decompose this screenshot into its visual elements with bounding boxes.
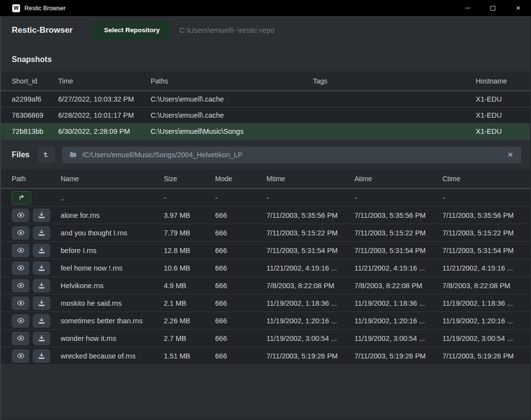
files-table-header: Path Name Size Mode Mtime Atime Ctime: [1, 169, 530, 189]
column-header-name: Name: [61, 175, 164, 183]
file-mode: 666: [215, 335, 266, 342]
view-file-button[interactable]: [12, 349, 29, 363]
snapshots-table: Short_id Time Paths Tags Hostname a2299a…: [1, 72, 530, 140]
minimize-icon: [465, 8, 470, 9]
snapshot-paths: C:\Users\emuell\.cache: [151, 95, 313, 103]
files-table-body: ..----- alone for.rns3.97 MB6667/11/2003…: [1, 189, 530, 365]
window-controls: ✕: [455, 0, 531, 16]
download-file-button[interactable]: [33, 279, 50, 293]
download-file-button[interactable]: [33, 244, 50, 257]
file-atime: 7/11/2003, 5:35:56 PM: [354, 211, 442, 219]
row-actions: [12, 191, 61, 205]
download-file-button[interactable]: [33, 261, 50, 275]
view-file-button[interactable]: [12, 314, 29, 328]
app-window: W Restic Browser ✕ Restic-Browser Select…: [0, 0, 531, 420]
view-file-button[interactable]: [12, 226, 29, 240]
file-row: Helvikone.rns4.9 MB6667/8/2003, 8:22:08 …: [1, 277, 530, 294]
file-mtime: -: [266, 194, 354, 202]
row-actions: [12, 244, 61, 257]
file-mtime: 11/19/2002, 1:20:16 ...: [266, 317, 354, 325]
go-to-parent-button[interactable]: [12, 191, 31, 205]
column-header-time: Time: [58, 77, 151, 85]
snapshot-paths: C:\Users\emuell\Music\Songs: [151, 127, 313, 135]
select-repository-button[interactable]: Select Repository: [93, 21, 171, 40]
snapshot-time: 6/30/2022, 2:28:09 PM: [58, 127, 151, 135]
file-row: and you thought I.rns7.79 MB6667/11/2003…: [1, 224, 530, 242]
file-atime: 11/19/2002, 1:18:36 ...: [354, 299, 442, 307]
snapshots-table-header: Short_id Time Paths Tags Hostname: [1, 72, 530, 91]
level-up-icon: [43, 150, 51, 159]
file-mtime: 7/11/2003, 5:31:54 PM: [266, 247, 354, 254]
file-atime: 7/11/2003, 5:15:22 PM: [354, 229, 442, 237]
file-mtime: 7/11/2003, 5:15:22 PM: [266, 229, 354, 237]
parent-dir-row: ..-----: [1, 189, 530, 207]
file-mtime: 11/19/2002, 3:00:54 ...: [266, 335, 354, 342]
file-size: 2.26 MB: [164, 317, 215, 325]
file-row: sometimes better than.rns2.26 MB66611/19…: [1, 312, 530, 330]
titlebar: W Restic Browser ✕: [0, 0, 531, 16]
column-header-size: Size: [164, 175, 215, 183]
file-size: 10.6 MB: [164, 264, 215, 272]
snapshot-row[interactable]: a2299af66/27/2022, 10:03:32 PMC:\Users\e…: [1, 91, 530, 107]
view-file-button[interactable]: [12, 261, 29, 275]
files-bar: Files /C/Users/emuell/Music/Songs/2004_H…: [1, 140, 530, 169]
close-button[interactable]: ✕: [506, 0, 531, 16]
column-header-hostname: Hostname: [476, 77, 519, 85]
window-content: Restic-Browser Select Repository C:\User…: [0, 16, 531, 420]
snapshot-row-selected[interactable]: 72b813bb6/30/2022, 2:28:09 PMC:\Users\em…: [1, 124, 530, 140]
file-mtime: 7/11/2003, 5:35:56 PM: [266, 211, 354, 219]
view-file-button[interactable]: [12, 296, 29, 310]
file-path-bar[interactable]: /C/Users/emuell/Music/Songs/2004_Helveti…: [62, 147, 521, 163]
file-name: ..: [61, 194, 164, 202]
close-icon: ✕: [516, 5, 521, 11]
file-mode: 666: [215, 264, 266, 272]
file-name: before I.rns: [61, 247, 164, 254]
download-file-button[interactable]: [33, 349, 50, 363]
file-size: 1.51 MB: [164, 352, 215, 360]
file-mode: 666: [215, 229, 266, 237]
download-file-button[interactable]: [33, 226, 50, 240]
file-row: before I.rns12.8 MB6667/11/2003, 5:31:54…: [1, 242, 530, 259]
file-row: alone for.rns3.97 MB6667/11/2003, 5:35:5…: [1, 207, 530, 224]
view-file-button[interactable]: [12, 279, 29, 293]
level-up-button[interactable]: [38, 147, 55, 163]
view-file-button[interactable]: [12, 244, 29, 257]
download-file-button[interactable]: [33, 209, 50, 222]
repository-path: C:\Users\emuell\~\restic-repo: [179, 26, 275, 34]
file-name: wonder how it.rns: [61, 335, 164, 342]
files-section-title: Files: [12, 150, 31, 159]
download-file-button[interactable]: [33, 332, 50, 345]
wails-logo-icon: W: [12, 4, 20, 12]
file-atime: 7/11/2003, 5:19:26 PM: [354, 352, 442, 360]
file-ctime: 7/11/2003, 5:31:54 PM: [442, 247, 519, 254]
download-file-button[interactable]: [33, 314, 50, 328]
maximize-button[interactable]: [480, 0, 506, 16]
view-file-button[interactable]: [12, 209, 29, 222]
file-path-value: /C/Users/emuell/Music/Songs/2004_Helveti…: [82, 151, 501, 159]
row-actions: [12, 209, 61, 222]
snapshot-time: 6/28/2022, 10:01:17 PM: [58, 111, 151, 119]
file-atime: 11/21/2002, 4:15:16 ...: [354, 264, 442, 272]
column-header-mtime: Mtime: [266, 175, 354, 183]
snapshot-hostname: X1-EDU: [476, 111, 519, 119]
column-header-tags: Tags: [313, 77, 476, 85]
file-atime: 7/11/2003, 5:31:54 PM: [354, 247, 442, 254]
download-file-button[interactable]: [33, 296, 50, 310]
file-ctime: 11/19/2002, 1:18:36 ...: [442, 299, 519, 307]
file-mtime: 11/19/2002, 1:18:36 ...: [266, 299, 354, 307]
file-ctime: 11/19/2002, 1:20:16 ...: [442, 317, 519, 325]
file-mode: -: [215, 194, 266, 202]
file-name: feel home now !.rns: [61, 264, 164, 272]
row-actions: [12, 279, 61, 293]
file-ctime: -: [442, 194, 519, 202]
snapshot-row[interactable]: 763068696/28/2022, 10:01:17 PMC:\Users\e…: [1, 107, 530, 124]
file-mode: 666: [215, 352, 266, 360]
row-actions: [12, 226, 61, 240]
file-atime: -: [354, 194, 442, 202]
file-mode: 666: [215, 282, 266, 290]
row-actions: [12, 314, 61, 328]
minimize-button[interactable]: [455, 0, 480, 16]
file-row: feel home now !.rns10.6 MB66611/21/2002,…: [1, 259, 530, 277]
clear-path-button[interactable]: ✕: [506, 150, 514, 159]
view-file-button[interactable]: [12, 332, 29, 345]
